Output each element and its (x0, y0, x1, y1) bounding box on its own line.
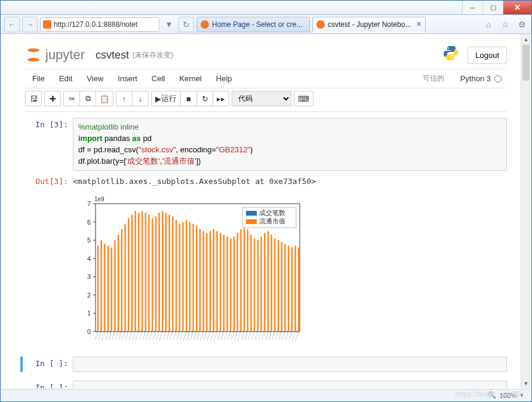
svg-line-229 (193, 334, 196, 340)
back-button[interactable]: ← (4, 17, 20, 32)
output-prompt: Out[3]: (25, 174, 73, 353)
code-input-area[interactable] (73, 380, 507, 388)
menu-file[interactable]: File (25, 72, 52, 85)
svg-rect-59 (140, 331, 142, 332)
svg-text:5: 5 (87, 237, 91, 244)
menu-cell[interactable]: Cell (144, 72, 172, 85)
command-palette-button[interactable]: ⌨ (294, 91, 313, 106)
svg-rect-174 (271, 235, 272, 332)
svg-rect-189 (288, 246, 289, 332)
code-token: df.plot.bar(y=[ (78, 156, 126, 165)
move-up-button[interactable]: ↑ (116, 91, 133, 106)
menu-help[interactable]: Help (209, 72, 239, 85)
favorites-icon[interactable]: ☆ (499, 19, 511, 30)
svg-line-225 (180, 334, 182, 340)
svg-text:4: 4 (87, 255, 91, 262)
svg-rect-147 (240, 229, 241, 332)
notebook-name[interactable]: csvtest (96, 49, 129, 62)
home-icon[interactable]: ⌂ (482, 19, 494, 30)
trusted-indicator[interactable]: 可信的 (418, 72, 449, 85)
svg-rect-159 (254, 238, 255, 332)
scroll-thumb[interactable] (522, 45, 530, 81)
logout-button[interactable]: Logout (468, 47, 507, 64)
tab-close-button[interactable]: ✕ (416, 20, 422, 28)
svg-line-208 (122, 334, 124, 340)
code-input-area[interactable] (73, 357, 507, 372)
menu-insert[interactable]: Insert (110, 72, 144, 85)
svg-text:成交笔数: 成交笔数 (259, 209, 285, 216)
vertical-scrollbar[interactable]: ▲ ▼ (521, 34, 531, 388)
scroll-up-icon[interactable]: ▲ (521, 34, 531, 44)
code-cell-3[interactable]: In [3]: %matplotlib inline import pandas… (25, 118, 507, 171)
svg-line-251 (269, 334, 271, 340)
code-token: "stock.csv" (139, 145, 176, 154)
svg-rect-198 (298, 248, 299, 332)
copy-button[interactable]: ⧉ (79, 91, 96, 106)
window-close-button[interactable]: ✕ (503, 1, 531, 14)
settings-gear-icon[interactable]: ⚙ (516, 19, 528, 30)
empty-code-cell[interactable]: In [ ]: (25, 380, 507, 388)
svg-rect-32 (109, 331, 110, 332)
code-token: pd (141, 134, 152, 143)
code-token: '成交笔数' (126, 156, 160, 165)
svg-point-0 (448, 47, 449, 48)
svg-rect-168 (264, 233, 265, 332)
code-token: import (78, 134, 102, 143)
add-cell-button[interactable]: ✚ (44, 91, 61, 106)
menu-edit[interactable]: Edit (52, 72, 79, 85)
svg-line-210 (129, 334, 131, 340)
dropdown-icon[interactable]: ▾ (162, 19, 176, 30)
cut-button[interactable]: ✂ (63, 91, 80, 106)
page-viewport: jupyter csvtest (未保存改变) Logout File Edit… (1, 34, 531, 388)
svg-rect-87 (172, 217, 173, 332)
svg-line-249 (262, 334, 264, 340)
scroll-down-icon[interactable]: ▼ (521, 378, 531, 388)
zoom-magnifier-icon[interactable]: 🔍 (488, 391, 496, 399)
empty-code-cell[interactable]: In [ ]: (20, 357, 507, 372)
window-minimize-button[interactable]: ─ (462, 1, 482, 14)
svg-line-200 (95, 334, 97, 340)
svg-rect-80 (164, 331, 165, 332)
svg-line-211 (133, 334, 135, 340)
svg-line-237 (221, 334, 223, 340)
svg-rect-110 (198, 331, 199, 332)
forward-button[interactable]: → (22, 17, 38, 32)
svg-rect-39 (118, 235, 119, 332)
notebook-area: In [3]: %matplotlib inline import pandas… (25, 112, 507, 388)
svg-rect-86 (171, 331, 172, 332)
window-maximize-button[interactable]: ▢ (482, 1, 503, 14)
restart-button[interactable]: ↻ (196, 91, 213, 106)
address-bar[interactable]: http://127.0.0.1:8888/notet (40, 17, 159, 32)
svg-text:1e9: 1e9 (94, 196, 104, 202)
paste-button[interactable]: 📋 (96, 91, 113, 106)
svg-text:6: 6 (87, 219, 91, 226)
svg-rect-162 (257, 241, 259, 332)
code-input-area[interactable]: %matplotlib inline import pandas as pd d… (73, 118, 507, 171)
svg-rect-69 (152, 219, 153, 332)
restart-run-all-button[interactable]: ▸▸ (213, 91, 229, 106)
tab-csvtest[interactable]: csvtest - Jupyter Notebo... ✕ (312, 17, 426, 32)
svg-rect-261 (246, 211, 257, 216)
svg-rect-44 (123, 331, 124, 332)
svg-rect-48 (128, 219, 129, 332)
svg-rect-141 (233, 237, 235, 332)
tab-home-page[interactable]: Home Page - Select or cre... (196, 17, 310, 32)
kernel-indicator[interactable]: Python 3 (455, 72, 507, 85)
menu-kernel[interactable]: Kernel (172, 72, 209, 85)
move-down-button[interactable]: ↓ (132, 91, 149, 106)
interrupt-button[interactable]: ■ (180, 91, 197, 106)
refresh-button[interactable]: ↻ (179, 17, 194, 32)
svg-rect-81 (165, 213, 167, 332)
cell-type-select[interactable]: 代码 (232, 91, 291, 106)
jupyter-logo[interactable]: jupyter (25, 47, 85, 63)
run-button[interactable]: ▶ 运行 (151, 91, 181, 106)
svg-rect-45 (124, 224, 125, 332)
svg-line-209 (125, 334, 128, 340)
svg-rect-167 (263, 331, 264, 332)
bar-chart: 012345671e9成交笔数流通市值 (73, 193, 306, 348)
save-button[interactable]: 🖫 (25, 91, 42, 106)
svg-rect-122 (211, 331, 213, 332)
zoom-level[interactable]: 100% (500, 392, 516, 399)
svg-rect-56 (137, 331, 138, 332)
menu-view[interactable]: View (79, 72, 110, 85)
